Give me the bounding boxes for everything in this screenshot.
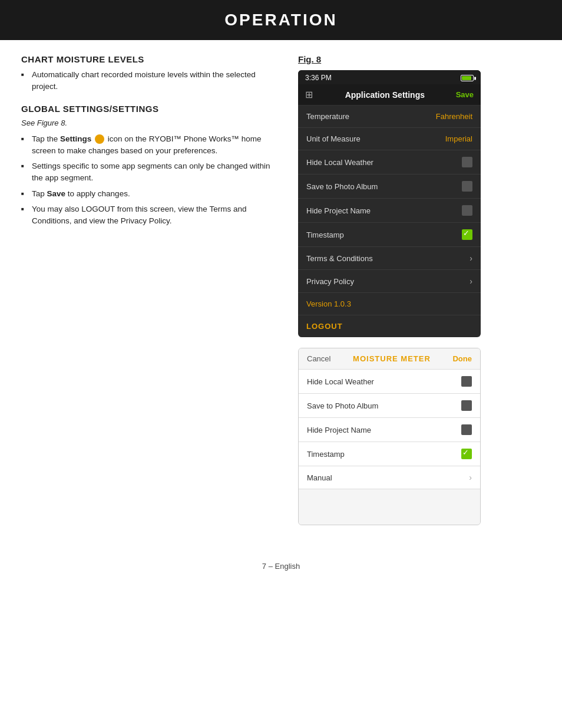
timestamp-label: Timestamp	[306, 230, 344, 239]
page-footer: 7 – English	[0, 550, 562, 582]
save-to-photo-album-label: Save to Photo Album	[306, 182, 378, 191]
chart-bullet-list: Automatically chart recorded moisture le…	[21, 69, 280, 93]
global-section: GLOBAL SETTINGS/SETTINGS See Figure 8. T…	[21, 104, 280, 228]
unit-of-measure-value: Imperial	[445, 134, 472, 143]
status-bar: 3:36 PM	[298, 70, 481, 84]
save-to-photo-album-checkbox-2[interactable]	[461, 400, 472, 411]
temperature-label: Temperature	[306, 112, 349, 121]
save-to-photo-album-label-2: Save to Photo Album	[307, 401, 378, 410]
footer-text: 7 – English	[262, 562, 300, 571]
privacy-policy-row[interactable]: Privacy Policy ›	[298, 270, 481, 293]
version-text: Version 1.0.3	[306, 299, 351, 308]
chart-bullet-1: Automatically chart recorded moisture le…	[21, 69, 280, 93]
privacy-policy-label: Privacy Policy	[306, 277, 354, 286]
done-button[interactable]: Done	[452, 354, 472, 363]
unit-of-measure-label: Unit of Measure	[306, 134, 361, 143]
terms-conditions-chevron-icon: ›	[470, 253, 472, 263]
chart-section: CHART MOISTURE LEVELS Automatically char…	[21, 54, 280, 93]
version-row: Version 1.0.3	[298, 293, 481, 315]
manual-row[interactable]: Manual ›	[299, 466, 480, 489]
cancel-button[interactable]: Cancel	[307, 354, 330, 363]
hide-local-weather-row[interactable]: Hide Local Weather	[298, 150, 481, 174]
logout-button[interactable]: LOGOUT	[306, 322, 343, 331]
global-section-title: GLOBAL SETTINGS/SETTINGS	[21, 104, 280, 114]
global-bullet-2: Settings specific to some app segments c…	[21, 160, 280, 185]
app-settings-screen: 3:36 PM ⊞ Application Settings Save Temp…	[298, 70, 481, 337]
moisture-meter-title: MOISTURE METER	[353, 354, 431, 363]
global-bullet-1: Tap the Settings icon on the RYOBI™ Phon…	[21, 133, 280, 157]
terms-conditions-label: Terms & Conditions	[306, 254, 373, 263]
hide-project-name-label: Hide Project Name	[306, 206, 371, 215]
hide-local-weather-checkbox[interactable]	[462, 157, 472, 167]
hide-project-name-row[interactable]: Hide Project Name	[298, 199, 481, 223]
nav-dots-icon[interactable]: ⊞	[305, 89, 314, 100]
unit-of-measure-row[interactable]: Unit of Measure Imperial	[298, 128, 481, 150]
settings-icon	[95, 134, 104, 144]
hide-project-name-checkbox[interactable]	[462, 205, 472, 216]
main-content: CHART MOISTURE LEVELS Automatically char…	[0, 40, 562, 550]
screen1-save-button[interactable]: Save	[456, 90, 474, 99]
save-to-photo-album-row[interactable]: Save to Photo Album	[298, 174, 481, 199]
battery-fill	[462, 76, 471, 80]
hide-local-weather-label: Hide Local Weather	[306, 158, 373, 167]
timestamp-label-2: Timestamp	[307, 450, 345, 459]
logout-row[interactable]: LOGOUT	[298, 315, 481, 337]
right-column: Fig. 8 3:36 PM ⊞ Application Settings Sa…	[298, 54, 481, 536]
hide-local-weather-checkbox-2[interactable]	[461, 376, 472, 387]
status-time: 3:36 PM	[305, 74, 332, 82]
hide-project-name-row-2[interactable]: Hide Project Name	[299, 418, 480, 442]
timestamp-row-2[interactable]: Timestamp	[299, 442, 480, 466]
moisture-meter-nav: Cancel MOISTURE METER Done	[299, 348, 480, 370]
screen1-nav-title: Application Settings	[345, 90, 425, 100]
app-settings-nav: ⊞ Application Settings Save	[298, 84, 481, 106]
battery-indicator	[461, 74, 474, 82]
privacy-policy-chevron-icon: ›	[470, 276, 472, 286]
fig-label: Fig. 8	[298, 54, 481, 64]
timestamp-checkbox[interactable]	[462, 229, 472, 240]
save-to-photo-album-row-2[interactable]: Save to Photo Album	[299, 394, 480, 418]
hide-local-weather-row-2[interactable]: Hide Local Weather	[299, 370, 480, 394]
moisture-meter-screen: Cancel MOISTURE METER Done Hide Local We…	[298, 348, 481, 525]
temperature-value: Fahrenheit	[436, 112, 472, 121]
manual-chevron-icon: ›	[469, 473, 472, 482]
chart-section-title: CHART MOISTURE LEVELS	[21, 54, 280, 64]
global-bullet-3: Tap Save to apply changes.	[21, 188, 280, 200]
left-column: CHART MOISTURE LEVELS Automatically char…	[21, 54, 280, 536]
screen2-filler	[299, 489, 480, 525]
timestamp-checkbox-2[interactable]	[461, 449, 472, 459]
global-bullet-4: You may also LOGOUT from this screen, vi…	[21, 203, 280, 228]
manual-label: Manual	[307, 473, 332, 482]
temperature-row[interactable]: Temperature Fahrenheit	[298, 106, 481, 128]
global-bullet-list: Tap the Settings icon on the RYOBI™ Phon…	[21, 133, 280, 228]
timestamp-row[interactable]: Timestamp	[298, 223, 481, 247]
save-to-photo-album-checkbox[interactable]	[462, 181, 472, 192]
see-figure-label: See Figure 8.	[21, 118, 280, 127]
hide-project-name-checkbox-2[interactable]	[461, 424, 472, 435]
battery-icon	[461, 75, 474, 81]
hide-project-name-label-2: Hide Project Name	[307, 426, 371, 434]
hide-local-weather-label-2: Hide Local Weather	[307, 377, 374, 386]
page-header: OPERATION	[0, 0, 562, 40]
terms-conditions-row[interactable]: Terms & Conditions ›	[298, 247, 481, 270]
